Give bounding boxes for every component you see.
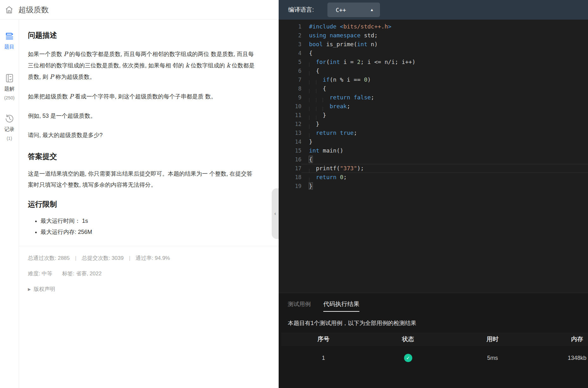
code-line: 19} (279, 182, 588, 191)
tab-execution-result[interactable]: 代码执行结果 (323, 300, 359, 312)
line-number: 10 (279, 102, 301, 111)
language-selected-value: C++ (336, 7, 346, 13)
paragraph: 请问, 最大的超级质数是多少? (28, 130, 256, 141)
code-line: 7if(n % i == 0) (279, 75, 588, 84)
submit-paragraphs: 这是一道结果填空的题, 你只需要算出结果后提交即可。本题的结果为一 个整数, 在… (28, 168, 279, 191)
table-cell-status: ✓ (366, 354, 450, 362)
sidebar-item-solutions[interactable]: 题解 (250) (0, 73, 19, 100)
tags-label: 标签: 省赛, 2022 (62, 271, 102, 277)
code-lines: 1#include <bits/stdc++.h>2using namespac… (279, 22, 588, 191)
limits-list: 最大运行时间： 1s 最大运行内存: 256M (28, 216, 279, 238)
code-line: 13return true; (279, 128, 588, 137)
code-line: 1#include <bits/stdc++.h> (279, 22, 588, 31)
case-summary: 本题目有1个测试用例，以下为全部用例的检测结果 (288, 319, 588, 327)
home-icon (5, 5, 14, 14)
line-number: 15 (279, 146, 301, 155)
stat-passed: 总通过次数: 2885 (28, 255, 70, 261)
difficulty-label: 难度: 中等 (28, 271, 52, 277)
editor-toolbar: 编译语言: C++ ▲ (279, 0, 588, 20)
line-content: { (301, 66, 588, 75)
paragraph: 如果一个质数 P 的每位数字都是质数, 而且每两个相邻的数字组成的两位 数是质数… (28, 48, 256, 83)
line-content: { (301, 155, 588, 164)
column-header: 序号 (281, 335, 366, 343)
stat-separator: | (129, 255, 130, 261)
panel-collapse-handle[interactable]: ‹ (272, 188, 279, 239)
description-paragraphs: 如果一个质数 P 的每位数字都是质数, 而且每两个相邻的数字组成的两位 数是质数… (28, 48, 279, 141)
line-content: } (301, 120, 588, 128)
table-cell-time: 5ms (450, 355, 535, 361)
line-content: return 0; (301, 173, 588, 182)
line-content: return true; (301, 128, 588, 137)
table-cell-memory: 1348kb (535, 355, 588, 361)
line-number: 12 (279, 120, 301, 128)
copyright-toggle[interactable]: ▶ 版权声明 (28, 285, 279, 293)
sidebar-item-label: 题解 (4, 86, 15, 92)
code-line: 9return false; (279, 93, 588, 102)
code-line: 3bool is_prime(int n) (279, 40, 588, 49)
line-content: } (301, 137, 588, 146)
column-header: 状态 (366, 335, 450, 343)
section-heading-submit: 答案提交 (28, 152, 279, 161)
line-number: 6 (279, 66, 301, 75)
language-select[interactable]: C++ ▲ (327, 3, 380, 17)
app-header: 超级质数 (0, 0, 279, 20)
status-pass-check-icon: ✓ (404, 354, 412, 362)
line-content: printf("373"); (301, 164, 588, 173)
line-content: if(n % i == 0) (301, 75, 588, 84)
copyright-label: 版权声明 (34, 285, 55, 293)
editor-panel: 编译语言: C++ ▲ 1#include <bits/stdc++.h>2us… (279, 0, 588, 388)
line-number: 8 (279, 84, 301, 93)
code-line: 11} (279, 111, 588, 120)
code-line: 14} (279, 137, 588, 146)
results-table-head: 序号状态用时内存 (281, 333, 588, 346)
limit-item-time: 最大运行时间： 1s (41, 216, 279, 227)
stat-submitted: 总提交次数: 3039 (82, 255, 123, 261)
line-content: return false; (301, 93, 588, 102)
code-line: 4{ (279, 49, 588, 58)
results-table-body: 1✓5ms1348kb (281, 346, 588, 370)
problem-list-icon (4, 31, 15, 41)
stats-line: 总通过次数: 2885 | 总提交次数: 3039 | 通过率: 94.9% (28, 254, 279, 262)
line-content: } (301, 182, 588, 191)
sidebar-item-label: 记录 (4, 126, 15, 133)
chevron-left-icon: ‹ (274, 210, 276, 217)
line-content: bool is_prime(int n) (301, 40, 588, 49)
line-number: 17 (279, 164, 301, 173)
home-button[interactable] (4, 5, 14, 15)
code-line: 18return 0; (279, 173, 588, 182)
line-content: { (301, 84, 588, 93)
paragraph: 如果把超级质数 P 看成一个字符串, 则这个超级质数的每个子串都是质 数。 (28, 91, 256, 102)
line-number: 14 (279, 137, 301, 146)
column-header: 内存 (535, 335, 588, 343)
line-number: 13 (279, 128, 301, 137)
line-number: 4 (279, 49, 301, 58)
limit-item-memory: 最大运行内存: 256M (41, 227, 279, 238)
line-number: 19 (279, 182, 301, 191)
sidebar-item-records[interactable]: 记录 (1) (0, 114, 19, 141)
line-number: 5 (279, 58, 301, 66)
code-editor[interactable]: 1#include <bits/stdc++.h>2using namespac… (279, 20, 588, 293)
solution-book-icon (4, 73, 15, 83)
line-content: using namespace std; (301, 31, 588, 40)
problem-content: 问题描述 如果一个质数 P 的每位数字都是质数, 而且每两个相邻的数字组成的两位… (19, 20, 279, 388)
paragraph: 这是一道结果填空的题, 你只需要算出结果后提交即可。本题的结果为一 个整数, 在… (28, 168, 256, 191)
line-content: int main() (301, 146, 588, 155)
sidebar-item-problem[interactable]: 题目 (0, 31, 19, 50)
code-line: 10break; (279, 102, 588, 111)
line-content: break; (301, 102, 588, 111)
expand-triangle-icon: ▶ (28, 287, 31, 291)
code-line: 2using namespace std; (279, 31, 588, 40)
sidebar-item-count: (1) (7, 136, 12, 141)
line-number: 18 (279, 173, 301, 182)
code-line: 5for(int i = 2; i <= n/i; i++) (279, 58, 588, 66)
language-label: 编译语言: (288, 6, 314, 14)
results-tabs: 测试用例 代码执行结果 (288, 300, 588, 312)
problem-panel: 超级质数 题目 题解 (250) (0, 0, 279, 388)
tab-test-cases[interactable]: 测试用例 (288, 300, 311, 308)
line-content: } (301, 111, 588, 120)
line-number: 1 (279, 22, 301, 31)
sidebar-item-label: 题目 (4, 44, 15, 50)
code-line: 16{ (279, 155, 588, 164)
line-number: 2 (279, 31, 301, 40)
section-heading-description: 问题描述 (28, 30, 279, 40)
